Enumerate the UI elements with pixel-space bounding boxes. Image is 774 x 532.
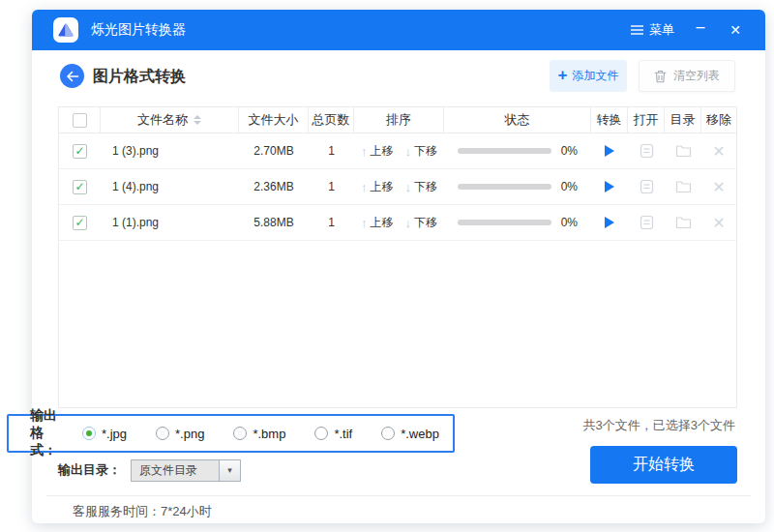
file-size: 2.70MB — [239, 133, 309, 168]
remove-button[interactable]: ✕ — [712, 142, 725, 161]
progress-value: 0% — [561, 216, 578, 229]
move-up-button[interactable]: ↑上移 — [361, 215, 394, 231]
check-icon: ✓ — [74, 181, 84, 192]
document-icon — [640, 143, 654, 159]
start-convert-button[interactable]: 开始转换 — [590, 446, 737, 484]
output-directory-select[interactable]: 原文件目录 ▾ — [131, 459, 241, 482]
open-file-button[interactable] — [628, 169, 665, 204]
folder-icon — [675, 144, 692, 158]
document-icon — [640, 215, 654, 230]
service-hours-text: 客服服务时间：7*24小时 — [73, 503, 212, 520]
col-filename: 文件名称 — [137, 111, 188, 129]
page-count: 1 — [309, 169, 354, 204]
page-count: 1 — [309, 133, 354, 168]
convert-play-button[interactable] — [605, 145, 614, 157]
close-button[interactable]: ✕ — [721, 16, 750, 44]
page-count: 1 — [309, 205, 354, 240]
file-table: 文件名称 文件大小 总页数 排序 状态 转换 打开 目录 移除 ✓ 1 (3).… — [58, 106, 737, 408]
plus-icon: + — [558, 67, 568, 83]
file-name: 1 (1).png — [101, 205, 239, 240]
menu-label: 菜单 — [649, 21, 674, 39]
move-up-button[interactable]: ↑上移 — [361, 143, 394, 160]
folder-icon — [675, 180, 692, 193]
format-option-bmp[interactable]: *.bmp — [233, 427, 285, 441]
remove-button[interactable]: ✕ — [712, 178, 725, 196]
page: 烁光图片转换器 菜单 – ✕ — [0, 0, 774, 532]
add-files-button[interactable]: + 添加文件 — [550, 60, 627, 92]
clear-list-button[interactable]: 清空列表 — [639, 60, 735, 92]
col-directory: 目录 — [665, 107, 701, 133]
select-all-checkbox[interactable] — [73, 113, 87, 128]
table-row: ✓ 1 (1).png 5.88MB 1 ↑上移 ↓下移 0% ✕ — [59, 205, 736, 241]
progress-value: 0% — [561, 180, 578, 193]
output-format-panel: 输出格式： *.jpg *.png *.bmp *.tif *.webp — [7, 414, 455, 453]
progress-value: 0% — [561, 144, 578, 158]
table-row: ✓ 1 (3).png 2.70MB 1 ↑上移 ↓下移 0% ✕ — [59, 133, 736, 169]
file-size: 2.36MB — [239, 169, 309, 204]
convert-play-button[interactable] — [605, 181, 614, 192]
folder-icon — [675, 216, 692, 229]
hamburger-icon — [631, 25, 643, 35]
add-files-label: 添加文件 — [572, 68, 618, 84]
app-logo-icon — [53, 17, 78, 43]
progress-bar — [458, 148, 551, 154]
table-header: 文件名称 文件大小 总页数 排序 状态 转换 打开 目录 移除 — [59, 107, 736, 133]
minimize-button[interactable]: – — [686, 16, 715, 44]
output-directory-label: 输出目录： — [58, 461, 131, 479]
open-directory-button[interactable] — [665, 205, 701, 240]
col-filesize: 文件大小 — [239, 107, 309, 133]
arrow-down-icon: ↓ — [405, 216, 412, 230]
output-directory-value: 原文件目录 — [132, 460, 219, 481]
format-option-png[interactable]: *.png — [156, 427, 204, 441]
radio-icon — [82, 427, 96, 440]
arrow-up-icon: ↑ — [361, 144, 368, 159]
menu-button[interactable]: 菜单 — [625, 17, 680, 43]
output-format-label: 输出格式： — [30, 407, 57, 459]
move-down-button[interactable]: ↓下移 — [405, 215, 438, 231]
open-directory-button[interactable] — [665, 169, 701, 204]
clear-list-label: 清空列表 — [673, 68, 720, 84]
back-arrow-icon — [66, 71, 79, 82]
document-icon — [640, 179, 654, 194]
col-convert: 转换 — [591, 107, 628, 133]
check-icon: ✓ — [74, 217, 84, 228]
move-down-button[interactable]: ↓下移 — [405, 143, 438, 160]
back-button[interactable] — [60, 64, 84, 88]
col-remove: 移除 — [701, 107, 736, 133]
radio-icon — [233, 427, 247, 440]
footer-divider — [46, 495, 751, 496]
sort-icon[interactable] — [194, 115, 201, 125]
col-order: 排序 — [354, 107, 444, 133]
output-directory-row: 输出目录： 原文件目录 ▾ — [58, 458, 241, 482]
row-checkbox[interactable]: ✓ — [73, 216, 87, 230]
open-file-button[interactable] — [628, 133, 665, 168]
toolbar: 图片格式转换 + 添加文件 清空列表 — [32, 60, 765, 101]
arrow-down-icon: ↓ — [405, 144, 412, 159]
progress-bar — [458, 220, 551, 225]
dropdown-arrow-icon: ▾ — [219, 460, 240, 481]
move-up-button[interactable]: ↑上移 — [361, 179, 394, 195]
app-title: 烁光图片转换器 — [91, 21, 186, 39]
page-title: 图片格式转换 — [93, 67, 186, 87]
move-down-button[interactable]: ↓下移 — [405, 179, 438, 195]
file-name: 1 (4).png — [101, 169, 239, 204]
col-status: 状态 — [444, 107, 591, 133]
col-open: 打开 — [628, 107, 665, 133]
format-option-tif[interactable]: *.tif — [314, 427, 352, 441]
format-option-jpg[interactable]: *.jpg — [82, 427, 127, 441]
open-directory-button[interactable] — [665, 133, 701, 168]
format-option-webp[interactable]: *.webp — [381, 427, 439, 441]
table-row: ✓ 1 (4).png 2.36MB 1 ↑上移 ↓下移 0% ✕ — [59, 169, 736, 205]
trash-icon — [654, 70, 667, 83]
open-file-button[interactable] — [628, 205, 665, 240]
titlebar: 烁光图片转换器 菜单 – ✕ — [32, 10, 765, 50]
remove-button[interactable]: ✕ — [712, 214, 725, 232]
arrow-up-icon: ↑ — [361, 216, 368, 230]
convert-play-button[interactable] — [605, 217, 614, 228]
row-checkbox[interactable]: ✓ — [73, 180, 87, 194]
row-checkbox[interactable]: ✓ — [73, 144, 87, 159]
file-name: 1 (3).png — [101, 133, 239, 168]
radio-icon — [156, 427, 169, 440]
arrow-up-icon: ↑ — [361, 180, 368, 194]
file-count-summary: 共3个文件，已选择3个文件 — [583, 417, 735, 434]
